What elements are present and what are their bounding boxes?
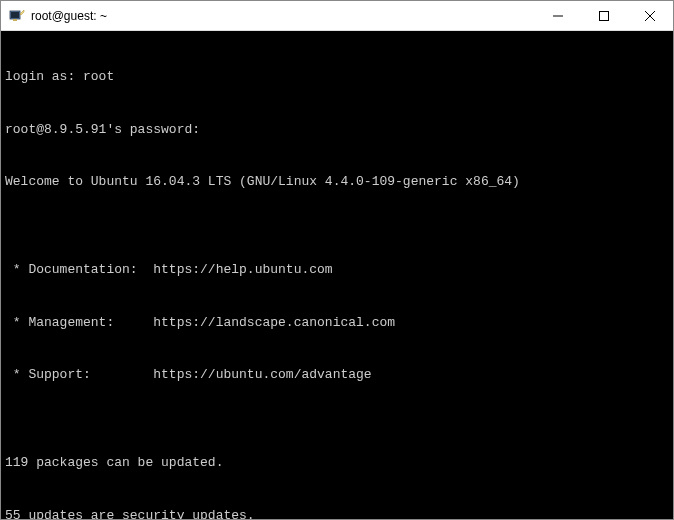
- terminal-line: 55 updates are security updates.: [5, 507, 669, 519]
- terminal-window: root@guest: ~ login as: root root@8.9.5.…: [0, 0, 674, 520]
- titlebar[interactable]: root@guest: ~: [1, 1, 673, 31]
- terminal-line: * Documentation: https://help.ubuntu.com: [5, 261, 669, 279]
- svg-rect-2: [13, 19, 17, 21]
- maximize-button[interactable]: [581, 1, 627, 30]
- terminal-area[interactable]: login as: root root@8.9.5.91's password:…: [1, 31, 673, 519]
- close-button[interactable]: [627, 1, 673, 30]
- terminal-line: login as: root: [5, 68, 669, 86]
- terminal-line: Welcome to Ubuntu 16.04.3 LTS (GNU/Linux…: [5, 173, 669, 191]
- terminal-line: root@8.9.5.91's password:: [5, 121, 669, 139]
- svg-rect-1: [11, 12, 19, 18]
- terminal-line: * Management: https://landscape.canonica…: [5, 314, 669, 332]
- putty-icon: [9, 8, 25, 24]
- terminal-line: * Support: https://ubuntu.com/advantage: [5, 366, 669, 384]
- window-title: root@guest: ~: [31, 9, 535, 23]
- terminal-line: 119 packages can be updated.: [5, 454, 669, 472]
- window-controls: [535, 1, 673, 30]
- svg-rect-4: [600, 11, 609, 20]
- minimize-button[interactable]: [535, 1, 581, 30]
